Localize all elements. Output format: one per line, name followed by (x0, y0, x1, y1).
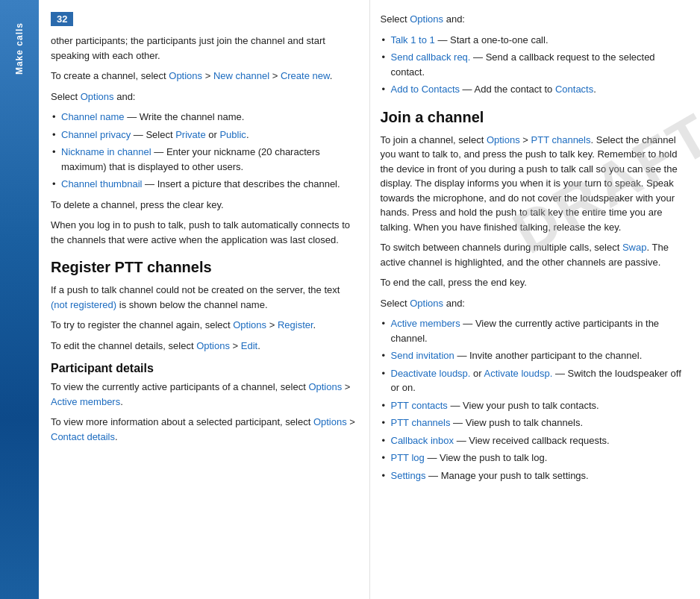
content-area: 32 other participants; the participants … (39, 0, 700, 599)
delete-text: To delete a channel, press the clear key… (51, 198, 359, 213)
talk-1to1-link[interactable]: Talk 1 to 1 (391, 34, 435, 46)
sidebar: Make calls (0, 0, 39, 599)
join-section-heading: Join a channel (381, 107, 689, 127)
contact-details-link[interactable]: Contact details (51, 431, 115, 442)
activate-loudsp-link[interactable]: Activate loudsp. (484, 368, 553, 379)
not-registered-link: (not registered) (51, 299, 116, 310)
join-para: To join a channel, select Options > PTT … (381, 133, 689, 235)
bullet-channel-name: Channel name — Write the channel name. (51, 110, 359, 125)
bullet-talk-1to1: Talk 1 to 1 — Start a one-to-one call. (381, 33, 689, 48)
create-bullets-list: Channel name — Write the channel name. C… (51, 110, 359, 192)
ptt-channels-link[interactable]: PTT channels (391, 417, 451, 428)
end-bullets-list: Active members — View the currently acti… (381, 316, 689, 483)
participant-section-heading: Participant details (51, 362, 359, 375)
register-link[interactable]: Register (278, 319, 313, 330)
select-bullets-list: Talk 1 to 1 — Start a one-to-one call. S… (381, 33, 689, 97)
page-number: 32 (51, 12, 73, 26)
bullet-settings: Settings — Manage your push to talk sett… (381, 468, 689, 483)
options-contact-link[interactable]: Options (313, 416, 347, 427)
options-register-link[interactable]: Options (233, 319, 266, 330)
ptt-channels-join-link[interactable]: PTT channels (531, 134, 591, 145)
add-to-contacts-link[interactable]: Add to Contacts (391, 84, 460, 95)
public-link[interactable]: Public (219, 129, 246, 140)
participant-para2: To view more information about a selecte… (51, 415, 359, 444)
send-callback-link[interactable]: Send callback req. (391, 51, 471, 63)
register-section-heading: Register PTT channels (51, 257, 359, 277)
select-options-create: Select Options and: (51, 90, 359, 104)
options-edit-link[interactable]: Options (196, 340, 230, 351)
options-link-create[interactable]: Options (169, 70, 202, 81)
select-options2: Select Options and: (381, 296, 689, 311)
channel-privacy-link[interactable]: Channel privacy (61, 129, 131, 140)
login-text: When you log in to push to talk, push to… (51, 218, 359, 247)
bullet-add-contacts: Add to Contacts — Add the contact to Con… (381, 82, 689, 97)
bullet-callback-inbox: Callback inbox — View received callback … (381, 433, 689, 448)
options-join-link[interactable]: Options (487, 134, 520, 145)
register-para2: To try to register the channel again, se… (51, 318, 359, 333)
contacts-link[interactable]: Contacts (555, 84, 593, 95)
channel-name-link[interactable]: Channel name (61, 111, 125, 122)
nickname-link[interactable]: Nickname in channel (61, 146, 151, 157)
options-link-right[interactable]: Options (410, 13, 443, 25)
left-column: 32 other participants; the participants … (39, 0, 370, 599)
swap-link[interactable]: Swap (622, 242, 647, 253)
bullet-send-callback: Send callback req. — Send a callback req… (381, 50, 689, 79)
create-new-link[interactable]: Create new (281, 70, 330, 81)
private-link[interactable]: Private (175, 129, 205, 140)
register-para3: To edit the channel details, select Opti… (51, 339, 359, 354)
bullet-ptt-contacts: PTT contacts — View your push to talk co… (381, 398, 689, 413)
main-content: 32 other participants; the participants … (39, 0, 700, 599)
options-link-end[interactable]: Options (410, 298, 443, 309)
new-channel-link[interactable]: New channel (213, 70, 269, 81)
ptt-log-link[interactable]: PTT log (391, 452, 425, 463)
register-para1: If a push to talk channel could not be c… (51, 283, 359, 312)
edit-link[interactable]: Edit (241, 340, 257, 351)
callback-inbox-link[interactable]: Callback inbox (391, 435, 454, 446)
bullet-ptt-channels: PTT channels — View push to talk channel… (381, 415, 689, 430)
bullet-deactivate-loudsp: Deactivate loudsp. or Activate loudsp. —… (381, 366, 689, 395)
send-invitation-link[interactable]: Send invitation (391, 350, 454, 361)
deactivate-loudsp-link[interactable]: Deactivate loudsp. (391, 368, 471, 379)
ptt-contacts-link[interactable]: PTT contacts (391, 400, 448, 411)
active-members-link[interactable]: Active members (51, 396, 120, 407)
create-channel-text: To create a channel, select Options > Ne… (51, 69, 359, 84)
bullet-active-members: Active members — View the currently acti… (381, 316, 689, 345)
participant-para1: To view the currently active participant… (51, 380, 359, 409)
channel-thumbnail-link[interactable]: Channel thumbnail (61, 178, 142, 189)
right-column: DRAFT Select Options and: Talk 1 to 1 — … (370, 0, 701, 599)
intro-text: other participants; the participants jus… (51, 34, 359, 63)
settings-link[interactable]: Settings (391, 470, 426, 481)
switch-text: To switch between channels during multip… (381, 240, 689, 269)
end-text: To end the call, press the end key. (381, 275, 689, 290)
bullet-channel-thumbnail: Channel thumbnail — Insert a picture tha… (51, 177, 359, 192)
options-link-select[interactable]: Options (81, 91, 114, 102)
options-active-link[interactable]: Options (308, 381, 342, 392)
select-options-right: Select Options and: (381, 12, 689, 27)
bullet-ptt-log: PTT log — View the push to talk log. (381, 451, 689, 465)
bullet-nickname-channel: Nickname in channel — Enter your nicknam… (51, 145, 359, 174)
active-members-end-link[interactable]: Active members (391, 318, 460, 329)
bullet-channel-privacy: Channel privacy — Select Private or Publ… (51, 128, 359, 142)
bullet-send-invitation: Send invitation — Invite another partici… (381, 348, 689, 363)
sidebar-label: Make calls (14, 22, 25, 75)
